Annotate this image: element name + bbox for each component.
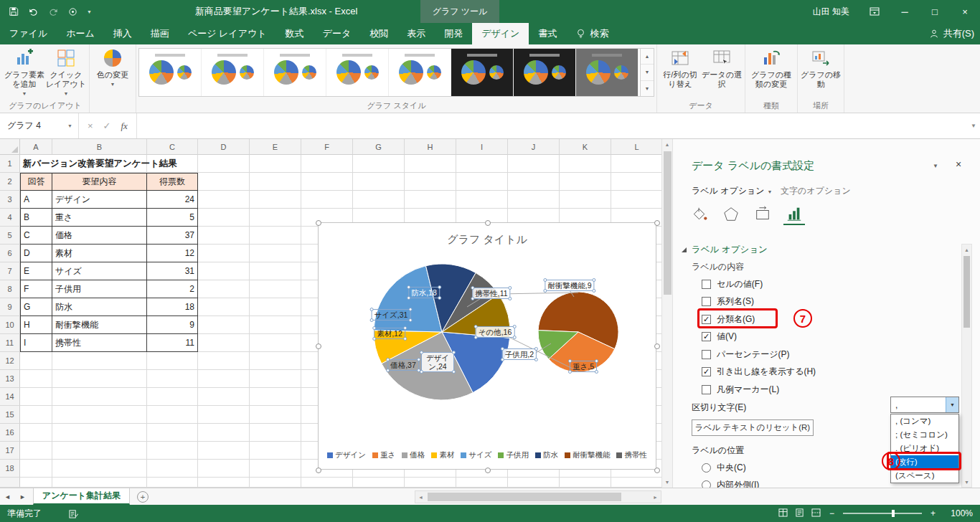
cell-I19[interactable] [456,478,508,488]
cell-B3[interactable]: デザイン [52,191,147,209]
chart-selection-handle[interactable] [316,220,321,226]
cell-H3[interactable] [405,191,456,209]
data-label-耐衝撃機能[interactable]: 耐衝撃機能,9 [545,280,594,291]
cell-D7[interactable] [198,262,250,280]
cell-B13[interactable] [52,370,147,388]
column-header-I[interactable]: I [456,139,508,155]
page-break-preview-icon[interactable] [811,508,821,519]
customize-quick-access-icon[interactable]: ▼ [87,9,92,14]
cell-F19[interactable] [301,478,353,488]
gallery-more-icon[interactable]: ▼ [641,81,654,96]
horizontal-scrollbar-thumb[interactable] [428,493,621,501]
cell-C8[interactable]: 2 [147,280,198,298]
ribbon-tab-6[interactable]: データ [314,23,361,44]
cell-C5[interactable]: 37 [147,227,198,245]
row-header-9[interactable]: 9 [0,298,20,316]
chart-selection-handle[interactable] [654,220,660,226]
vertical-scrollbar[interactable]: ▲ ▼ [661,139,672,488]
pane-scrollbar[interactable]: ▲ ▼ [961,244,972,488]
cell-L19[interactable] [611,478,663,488]
ribbon-tab-3[interactable]: 描画 [141,23,179,44]
chart-selection-handle[interactable] [654,468,660,473]
row-header-12[interactable]: 12 [0,352,20,370]
row-header-3[interactable]: 3 [0,191,20,209]
cell-E10[interactable] [250,316,301,334]
data-label-価格[interactable]: 価格,37 [387,359,419,371]
scroll-up-icon[interactable]: ▲ [662,139,672,150]
pane-close-icon[interactable]: × [956,158,961,170]
cell-D16[interactable] [198,424,250,442]
cell-B6[interactable]: 素材 [52,245,147,262]
cell-A5[interactable]: C [20,227,52,245]
column-header-H[interactable]: H [405,139,456,155]
insert-function-icon[interactable]: fx [121,120,128,132]
cell-E7[interactable] [250,262,301,280]
chart-style-8[interactable] [576,49,639,96]
ribbon-display-options-icon[interactable] [859,0,890,23]
row-header-5[interactable]: 5 [0,227,20,245]
cell-J3[interactable] [508,191,560,209]
select-data-button[interactable]: データの選択 [701,46,743,89]
cell-B2[interactable]: 要望内容 [52,173,147,191]
separator-option-0[interactable]: , (コンマ) [891,414,958,428]
ribbon-tab-2[interactable]: 挿入 [104,23,141,44]
switch-row-column-button[interactable]: 行/列の切り替え [659,46,701,89]
legend-item-防水[interactable]: 防水 [535,450,558,460]
cell-I1[interactable] [456,155,508,173]
gallery-scroll-up-icon[interactable]: ▲ [641,49,654,65]
scroll-down-icon[interactable]: ▼ [962,477,971,487]
row-header-11[interactable]: 11 [0,334,20,352]
cell-E16[interactable] [250,424,301,442]
legend-item-価格[interactable]: 価格 [402,450,425,460]
row-header-10[interactable]: 10 [0,316,20,334]
checkbox-unchecked-icon[interactable] [702,297,711,306]
cell-B9[interactable]: 防水 [52,298,147,316]
cell-D2[interactable] [198,173,250,191]
minimize-button[interactable]: ─ [890,0,920,23]
cell-D14[interactable] [198,388,250,406]
cell-C3[interactable]: 24 [147,191,198,209]
cell-H1[interactable] [405,155,456,173]
pane-scrollbar-thumb[interactable] [963,256,970,328]
cell-K1[interactable] [560,155,611,173]
ribbon-tab-9[interactable]: 開発 [435,23,472,44]
cell-G2[interactable] [353,173,405,191]
checkbox-unchecked-icon[interactable] [702,280,711,289]
cell-E4[interactable] [250,209,301,227]
separator-combo[interactable]: , ▼ [890,397,959,413]
cell-D13[interactable] [198,370,250,388]
cell-C6[interactable]: 12 [147,245,198,262]
data-label-素材[interactable]: 素材,12 [374,328,405,339]
row-header-7[interactable]: 7 [0,262,20,280]
scroll-down-icon[interactable]: ▼ [662,477,672,488]
data-label-重さ[interactable]: 重さ,5 [570,361,597,372]
change-colors-button[interactable]: 色の変更 ▼ [92,46,133,89]
sheet-nav-left-icon[interactable]: ◄ [0,493,15,500]
cell-L2[interactable] [611,173,663,191]
pane-options-caret-icon[interactable]: ▼ [933,163,938,169]
name-box-caret-icon[interactable]: ▼ [67,123,72,128]
scroll-up-icon[interactable]: ▲ [962,245,971,255]
cell-D19[interactable] [198,478,250,488]
zoom-in-button[interactable]: + [930,508,936,518]
save-icon[interactable] [9,6,19,16]
column-header-C[interactable]: C [147,139,198,155]
cell-G1[interactable] [353,155,405,173]
cell-I3[interactable] [456,191,508,209]
quick-layout-button[interactable]: クイック レイアウト ▼ [45,46,87,98]
ribbon-tab-8[interactable]: 表示 [397,23,435,44]
cell-D4[interactable] [198,209,250,227]
horizontal-scrollbar[interactable]: ◄ ► [415,490,661,503]
data-label-防水[interactable]: 防水,18 [408,287,440,298]
ribbon-tab-10[interactable]: デザイン [472,23,529,44]
cell-D6[interactable] [198,245,250,262]
separator-option-1[interactable]: ; (セミコロン) [891,428,958,442]
cell-A15[interactable] [20,406,52,424]
checkbox-checked-icon[interactable]: ✓ [702,332,711,341]
fill-line-icon[interactable] [689,204,710,225]
zoom-slider-thumb[interactable] [892,510,895,517]
cell-K2[interactable] [560,173,611,191]
radio-row-1[interactable]: 内部外側(I) [702,476,759,488]
cell-H2[interactable] [405,173,456,191]
ribbon-tab-4[interactable]: ページ レイアウト [179,23,276,44]
